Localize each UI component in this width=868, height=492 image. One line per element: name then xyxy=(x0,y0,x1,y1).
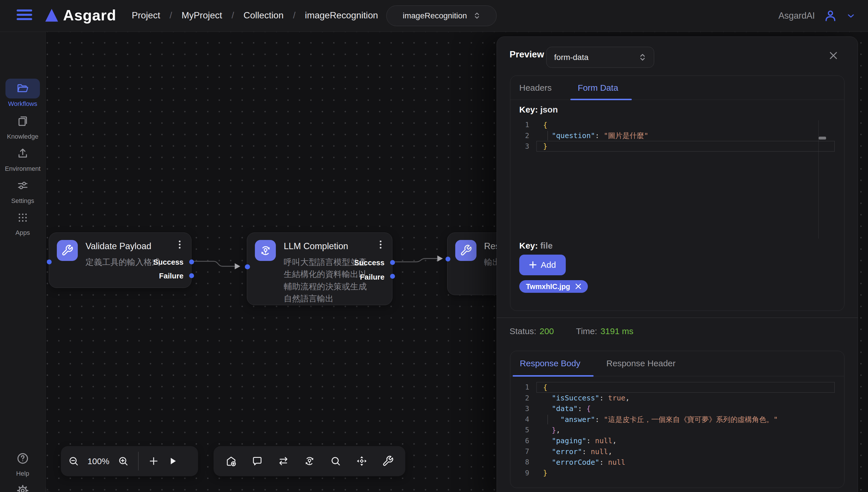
port-label-success: Success xyxy=(354,259,385,267)
code-line: 2 "isSuccess": true, xyxy=(519,393,835,403)
breadcrumb-myproject[interactable]: MyProject xyxy=(181,10,222,21)
breadcrumb-collection[interactable]: Collection xyxy=(243,10,283,21)
output-port-failure[interactable] xyxy=(390,274,395,279)
breadcrumb-project[interactable]: Project xyxy=(132,10,160,21)
output-port-success[interactable] xyxy=(390,260,395,265)
file-chip-name: TwmxhIC.jpg xyxy=(526,282,570,291)
code-line: 3} xyxy=(519,141,835,152)
tab-response-header[interactable]: Response Header xyxy=(606,359,676,368)
move-handles-button[interactable] xyxy=(352,450,371,472)
file-chip[interactable]: TwmxhIC.jpg xyxy=(519,280,588,293)
workflow-select[interactable]: imageRecognition xyxy=(386,5,497,26)
node-menu-button[interactable] xyxy=(377,241,385,252)
breadcrumb-imagerecognition[interactable]: imageRecognition xyxy=(305,10,378,21)
key-json-label: Key: json xyxy=(519,105,558,115)
user-menu[interactable]: AsgardAI xyxy=(778,0,856,31)
wrench-icon xyxy=(455,240,476,261)
form-data-section: Headers Form Data Key: json 1{2 "questio… xyxy=(510,75,844,311)
logo-triangle-icon xyxy=(44,8,59,23)
add-button[interactable] xyxy=(144,450,163,472)
tools-toolbar xyxy=(214,446,405,476)
hamburger-menu-icon[interactable] xyxy=(17,9,32,22)
select-chevrons-icon xyxy=(639,53,646,62)
user-icon xyxy=(823,8,838,23)
comment-button[interactable] xyxy=(248,450,267,472)
response-tabs: Response Body Response Header xyxy=(510,351,844,376)
swap-arrows-button[interactable] xyxy=(274,450,293,472)
search-button[interactable] xyxy=(326,450,345,472)
remove-file-icon[interactable] xyxy=(575,283,581,289)
key-file-label: Key: file xyxy=(519,241,552,251)
llm-refresh-bulb-icon xyxy=(255,240,276,261)
preview-panel: Preview form-data Headers Form Data Key:… xyxy=(497,36,858,492)
close-icon[interactable] xyxy=(829,51,838,60)
port-label-failure: Failure xyxy=(360,273,385,281)
response-section: Response Body Response Header 1{2 "isSuc… xyxy=(510,351,844,488)
request-json-editor[interactable]: 1{2 "question": "圖片是什麼"3} xyxy=(519,120,835,239)
mode-select-value: form-data xyxy=(554,53,589,62)
upload-icon xyxy=(5,143,40,163)
code-line: 6 "paging": null, xyxy=(519,436,835,446)
zoom-toolbar: 100% xyxy=(61,446,198,476)
tab-headers[interactable]: Headers xyxy=(519,83,552,93)
active-tab-underline xyxy=(570,99,632,100)
run-workflow-button[interactable] xyxy=(163,450,182,472)
user-name: AsgardAI xyxy=(778,10,815,21)
code-line: 8 "errorCode": null xyxy=(519,457,835,468)
wrench-icon xyxy=(57,240,78,261)
sidebar-item-settings[interactable]: Settings xyxy=(0,175,45,204)
code-line: 1{ xyxy=(519,382,835,393)
select-chevrons-icon xyxy=(474,12,480,20)
add-file-button[interactable]: Add xyxy=(519,254,566,275)
llm-refresh-bulb-button[interactable] xyxy=(300,450,319,472)
top-navbar: Asgard Project / MyProject / Collection … xyxy=(0,0,868,32)
node-llm-completion[interactable]: LLM Completion 呼叫大型語言模型並產生結構化的資料輸出以輔助流程的… xyxy=(247,232,392,305)
folder-open-icon xyxy=(5,79,40,98)
time-label: Time: xyxy=(576,326,597,336)
input-port[interactable] xyxy=(47,260,52,264)
status-value: 200 xyxy=(540,326,554,336)
tab-response-body[interactable]: Response Body xyxy=(520,359,580,368)
port-label-success: Success xyxy=(153,258,184,267)
help-circle-icon xyxy=(5,448,40,468)
mode-select[interactable]: form-data xyxy=(546,47,654,68)
book-icon xyxy=(5,112,40,131)
sidebar-item-apps[interactable]: Apps xyxy=(0,207,45,237)
left-sidebar: Workflows Knowledge Environment Settings… xyxy=(0,31,46,492)
response-body-editor[interactable]: 1{2 "isSuccess": true,3 "data": {4 "answ… xyxy=(519,382,835,484)
sliders-icon xyxy=(5,175,40,195)
grid-dots-icon xyxy=(5,207,40,227)
node-validate-payload[interactable]: Validate Payload 定義工具的輸入格式 Success Failu… xyxy=(49,232,192,288)
chevron-down-icon xyxy=(846,11,856,21)
node-description: 定義工具的輸入格式 xyxy=(85,256,160,268)
zoom-in-button[interactable] xyxy=(114,450,133,472)
brand-name: Asgard xyxy=(63,7,116,24)
port-label-failure: Failure xyxy=(159,272,183,280)
sidebar-item-help[interactable]: Help xyxy=(0,448,45,477)
add-node-button[interactable] xyxy=(222,450,241,472)
input-port[interactable] xyxy=(445,256,450,262)
gear-icon xyxy=(5,481,40,492)
plus-icon xyxy=(529,261,537,269)
sidebar-item-environment[interactable]: Environment xyxy=(0,143,45,172)
sidebar-item-knowledge[interactable]: Knowledge xyxy=(0,112,45,140)
output-port-failure[interactable] xyxy=(189,273,194,278)
output-port-success[interactable] xyxy=(189,260,194,264)
toolbar-divider xyxy=(138,452,139,471)
sidebar-item-workspace[interactable]: Workspace xyxy=(0,481,45,492)
code-line: 2 "question": "圖片是什麼" xyxy=(519,130,835,141)
zoom-level-label: 100% xyxy=(83,457,114,466)
editor-scroll-thumb[interactable] xyxy=(819,137,826,140)
node-menu-button[interactable] xyxy=(176,241,183,252)
workflow-select-value: imageRecognition xyxy=(403,11,467,20)
node-title: Validate Payload xyxy=(85,241,151,251)
node-title: LLM Completion xyxy=(283,241,348,251)
input-port[interactable] xyxy=(245,264,250,269)
code-line: 5 }, xyxy=(519,425,835,436)
wrench-button[interactable] xyxy=(378,450,397,472)
tab-form-data[interactable]: Form Data xyxy=(578,83,618,93)
sidebar-item-workflows[interactable]: Workflows xyxy=(0,79,45,108)
zoom-out-button[interactable] xyxy=(64,450,83,472)
code-line: 9} xyxy=(519,468,835,478)
status-label: Status: xyxy=(510,326,536,336)
